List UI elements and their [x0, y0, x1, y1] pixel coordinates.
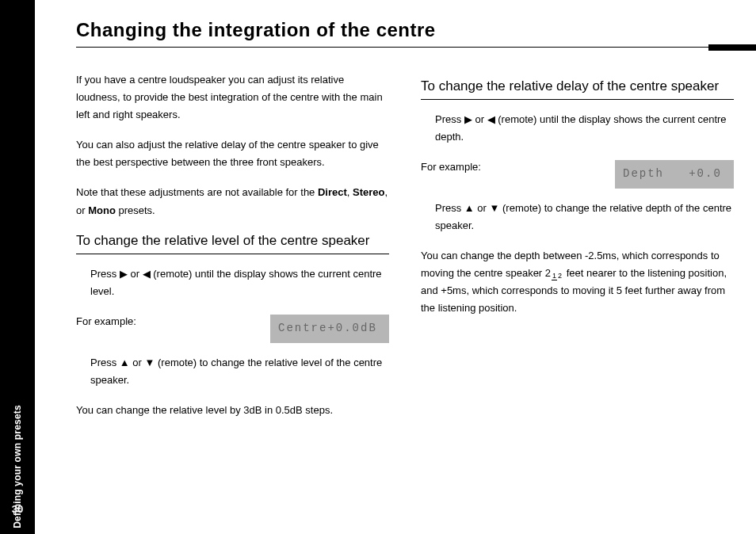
page-title: Changing the integration of the centre	[76, 19, 734, 41]
column-right: To change the relative delay of the cent…	[421, 71, 734, 432]
right-icon: ▶	[464, 113, 472, 125]
subheading-delay: To change the relative delay of the cent…	[421, 78, 734, 96]
left-icon: ◀	[143, 268, 151, 280]
level-range-note: You can change the relative level by 3dB…	[76, 402, 389, 419]
sidebar: Defining your own presets 30	[0, 0, 35, 534]
up-icon: ▲	[464, 202, 475, 214]
intro-paragraph-3: Note that these adjustments are not avai…	[76, 184, 389, 219]
left-icon: ◀	[487, 113, 495, 125]
step-press-up-down-2: Press ▲ or ▼ (remote) to change the rela…	[421, 200, 734, 235]
intro-paragraph-1: If you have a centre loudspeaker you can…	[76, 71, 389, 124]
display-example-depth: Depth +0.0	[615, 160, 734, 189]
lcd-display: Centre+0.0dB	[270, 315, 389, 343]
down-icon: ▼	[145, 357, 155, 368]
up-icon: ▲	[120, 357, 130, 368]
page-number: 30	[0, 503, 35, 515]
intro-paragraph-2: You can also adjust the relative delay o…	[76, 136, 389, 171]
display-example-centre: Centre+0.0dB	[270, 315, 389, 343]
step-press-left-right-2: Press ▶ or ◀ (remote) until the display …	[421, 111, 734, 146]
lcd-display: Depth +0.0	[615, 160, 734, 189]
step-press-left-right: Press ▶ or ◀ (remote) until the display …	[76, 265, 389, 300]
column-left: If you have a centre loudspeaker you can…	[76, 71, 389, 432]
right-icon: ▶	[120, 268, 128, 280]
subheading-level: To change the relative level of the cent…	[76, 232, 389, 250]
step-press-up-down: Press ▲ or ▼ (remote) to change the rela…	[76, 354, 389, 389]
content: Changing the integration of the centre I…	[73, 19, 734, 432]
title-rule	[76, 46, 734, 49]
fraction: 12	[552, 273, 563, 280]
down-icon: ▼	[490, 202, 500, 214]
depth-range-note: You can change the depth between -2.5ms,…	[421, 247, 734, 317]
